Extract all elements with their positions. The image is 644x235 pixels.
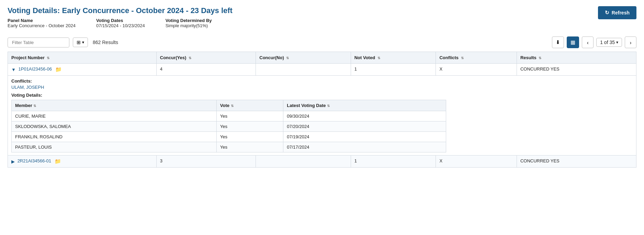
member-name-cell: FRANKLIN, ROSALIND [12, 132, 217, 142]
main-table: Project Number ⇅ Concur(Yes) ⇅ Concur(No… [8, 52, 636, 168]
col-header-results: Results ⇅ [517, 52, 636, 64]
voting-member-row: PASTEUR, LOUIS Yes 07/17/2024 [12, 142, 446, 152]
page-title: Voting Details: Early Concurrence - Octo… [8, 6, 233, 15]
concur-yes-cell: 3 [156, 156, 256, 168]
prev-page-button[interactable]: ‹ [582, 36, 594, 48]
member-vote-cell: Yes [216, 111, 283, 121]
expanded-row: Conflicts: ULAM, JOSEPH Voting Details: … [8, 76, 636, 156]
sort-icon: ⇅ [539, 56, 541, 60]
results-cell: CONCURRED YES [517, 156, 636, 168]
member-name-cell: CURIE, MARIE [12, 111, 217, 121]
pagination-info: 1 of 35 ▾ [596, 38, 622, 47]
voting-determined-block: Voting Determined By Simple majority(51%… [166, 18, 212, 28]
concur-no-cell [256, 64, 351, 76]
col-header-not-voted: Not Voted ⇅ [351, 52, 436, 64]
voting-determined-label: Voting Determined By [166, 18, 212, 23]
voting-details-table: Member ⇅Vote ⇅Latest Voting Date ⇅ CURIE… [11, 100, 446, 152]
columns-button[interactable]: ⊞ ▾ [73, 38, 88, 47]
sort-icon: ⇅ [189, 56, 191, 60]
folder-icon: 📁 [55, 158, 61, 164]
toolbar-right: ⬇ ▦ ‹ 1 of 35 ▾ › [552, 36, 636, 48]
conflicts-cell: X [436, 64, 517, 76]
concur-no-cell [256, 156, 351, 168]
sort-icon: ⇅ [286, 56, 289, 60]
sort-icon: ⇅ [461, 56, 464, 60]
header-actions: ↻ Refresh [598, 6, 636, 19]
sort-icon: ⇅ [47, 56, 49, 60]
member-date-cell: 07/20/2024 [283, 121, 446, 132]
grid-view-button[interactable]: ▦ [567, 36, 579, 48]
inner-col-header: Vote ⇅ [216, 100, 283, 111]
sort-icon: ⇅ [377, 56, 380, 60]
prev-icon: ‹ [587, 40, 589, 45]
col-header-concur-no: Concur(No) ⇅ [256, 52, 351, 64]
col-header-project-number: Project Number ⇅ [8, 52, 157, 64]
col-header-concur-yes: Concur(Yes) ⇅ [156, 52, 256, 64]
download-icon: ⬇ [556, 39, 560, 45]
project-link[interactable]: 2R21AI34566-01 [18, 158, 51, 163]
columns-icon: ⊞ [77, 40, 81, 45]
not-voted-cell: 1 [351, 64, 436, 76]
table-row: ▶ 2R21AI34566-01 📁 3 1 X CONCURRED YES [8, 156, 636, 168]
member-date-cell: 07/17/2024 [283, 142, 446, 152]
member-vote-cell: Yes [216, 142, 283, 152]
conflicts-label: Conflicts: [11, 78, 633, 84]
chevron-down-icon: ▾ [82, 40, 84, 45]
project-link[interactable]: 1P01AI23456-06 [19, 66, 52, 72]
inner-header-row: Member ⇅Vote ⇅Latest Voting Date ⇅ [12, 100, 446, 111]
conflicts-cell: X [436, 156, 517, 168]
voting-details-label: Voting Details: [11, 93, 633, 98]
project-number-cell: ▶ 2R21AI34566-01 📁 [8, 156, 157, 168]
pagination-text: 1 of 35 [600, 40, 615, 45]
pagination-chevron: ▾ [616, 40, 618, 45]
member-date-cell: 07/19/2024 [283, 132, 446, 142]
conflict-name[interactable]: ULAM, JOSEPH [11, 85, 633, 90]
grid-icon: ▦ [570, 39, 575, 45]
meta-row: Panel Name Early Concurrence - October 2… [8, 18, 233, 28]
panel-name-block: Panel Name Early Concurrence - October 2… [8, 18, 76, 28]
voting-dates-value: 07/15/2024 - 10/23/2024 [96, 23, 145, 28]
inner-col-header: Latest Voting Date ⇅ [283, 100, 446, 111]
panel-name-value: Early Concurrence - October 2024 [8, 23, 76, 28]
project-number-cell: ▼ 1P01AI23456-06 📁 [8, 64, 157, 76]
member-name-cell: SKLODOWSKA, SALOMEA [12, 121, 217, 132]
next-page-button[interactable]: › [625, 36, 636, 48]
filter-input[interactable] [8, 38, 69, 47]
member-vote-cell: Yes [216, 132, 283, 142]
voting-determined-value: Simple majority(51%) [166, 23, 208, 28]
refresh-label: Refresh [612, 10, 630, 15]
member-date-cell: 09/30/2024 [283, 111, 446, 121]
download-button[interactable]: ⬇ [552, 36, 564, 48]
toolbar: ⊞ ▾ 862 Results ⬇ ▦ ‹ 1 of 35 ▾ › [8, 36, 636, 48]
col-header-conflicts: Conflicts ⇅ [436, 52, 517, 64]
member-vote-cell: Yes [216, 121, 283, 132]
results-count: 862 Results [93, 40, 118, 45]
results-cell: CONCURRED YES [517, 64, 636, 76]
expand-button[interactable]: ▼ [11, 67, 16, 72]
inner-col-header: Member ⇅ [12, 100, 217, 111]
refresh-button[interactable]: ↻ Refresh [598, 6, 636, 19]
table-header-row: Project Number ⇅ Concur(Yes) ⇅ Concur(No… [8, 52, 636, 64]
voting-dates-block: Voting Dates 07/15/2024 - 10/23/2024 [96, 18, 145, 28]
voting-dates-label: Voting Dates [96, 18, 145, 23]
panel-name-label: Panel Name [8, 18, 76, 23]
not-voted-cell: 1 [351, 156, 436, 168]
expanded-cell: Conflicts: ULAM, JOSEPH Voting Details: … [8, 76, 636, 156]
refresh-icon: ↻ [605, 10, 609, 16]
concur-yes-cell: 4 [156, 64, 256, 76]
folder-icon: 📁 [55, 66, 62, 72]
expand-button[interactable]: ▶ [11, 159, 15, 164]
voting-member-row: SKLODOWSKA, SALOMEA Yes 07/20/2024 [12, 121, 446, 132]
voting-member-row: FRANKLIN, ROSALIND Yes 07/19/2024 [12, 132, 446, 142]
voting-member-row: CURIE, MARIE Yes 09/30/2024 [12, 111, 446, 121]
next-icon: › [630, 40, 632, 45]
table-row: ▼ 1P01AI23456-06 📁 4 1 X CONCURRED YES [8, 64, 636, 76]
member-name-cell: PASTEUR, LOUIS [12, 142, 217, 152]
